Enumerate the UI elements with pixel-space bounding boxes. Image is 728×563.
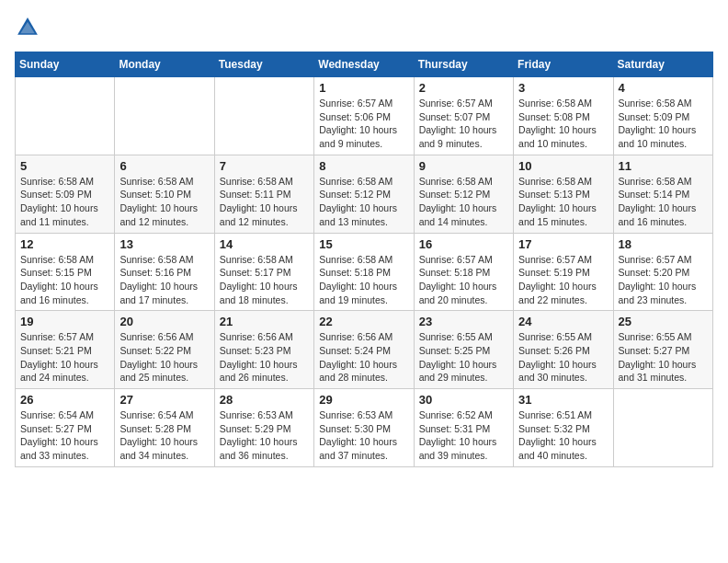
day-number: 29 bbox=[319, 393, 408, 407]
calendar-week-row: 1Sunrise: 6:57 AM Sunset: 5:06 PM Daylig… bbox=[16, 77, 713, 155]
day-number: 3 bbox=[518, 81, 608, 95]
logo bbox=[15, 15, 42, 40]
day-number: 2 bbox=[419, 81, 508, 95]
weekday-header: Wednesday bbox=[314, 52, 414, 77]
weekday-header: Monday bbox=[115, 52, 214, 77]
day-info: Sunrise: 6:53 AM Sunset: 5:30 PM Dayligh… bbox=[319, 408, 408, 463]
calendar-cell: 1Sunrise: 6:57 AM Sunset: 5:06 PM Daylig… bbox=[314, 77, 414, 155]
day-number: 17 bbox=[518, 237, 608, 251]
day-number: 19 bbox=[20, 315, 109, 328]
day-info: Sunrise: 6:58 AM Sunset: 5:14 PM Dayligh… bbox=[619, 175, 708, 229]
day-info: Sunrise: 6:58 AM Sunset: 5:18 PM Dayligh… bbox=[319, 253, 408, 307]
day-info: Sunrise: 6:54 AM Sunset: 5:28 PM Dayligh… bbox=[119, 408, 209, 463]
day-number: 28 bbox=[220, 393, 309, 407]
calendar-cell: 26Sunrise: 6:54 AM Sunset: 5:27 PM Dayli… bbox=[16, 389, 115, 467]
day-number: 6 bbox=[119, 159, 209, 173]
day-number: 4 bbox=[619, 81, 708, 95]
day-number: 16 bbox=[419, 237, 508, 251]
calendar-cell: 15Sunrise: 6:58 AM Sunset: 5:18 PM Dayli… bbox=[314, 233, 414, 311]
calendar-cell: 8Sunrise: 6:58 AM Sunset: 5:12 PM Daylig… bbox=[314, 155, 414, 233]
day-info: Sunrise: 6:56 AM Sunset: 5:22 PM Dayligh… bbox=[119, 330, 209, 385]
weekday-row: SundayMondayTuesdayWednesdayThursdayFrid… bbox=[16, 52, 713, 77]
calendar-cell: 24Sunrise: 6:55 AM Sunset: 5:26 PM Dayli… bbox=[514, 311, 613, 389]
calendar-body: 1Sunrise: 6:57 AM Sunset: 5:06 PM Daylig… bbox=[16, 77, 713, 467]
day-number: 26 bbox=[20, 393, 109, 407]
day-info: Sunrise: 6:58 AM Sunset: 5:12 PM Dayligh… bbox=[419, 175, 508, 229]
day-number: 27 bbox=[119, 393, 209, 407]
day-number: 22 bbox=[319, 315, 408, 328]
day-info: Sunrise: 6:58 AM Sunset: 5:13 PM Dayligh… bbox=[518, 175, 608, 229]
calendar-cell: 20Sunrise: 6:56 AM Sunset: 5:22 PM Dayli… bbox=[115, 311, 214, 389]
day-number: 23 bbox=[419, 315, 508, 328]
day-number: 12 bbox=[20, 237, 109, 251]
calendar-week-row: 26Sunrise: 6:54 AM Sunset: 5:27 PM Dayli… bbox=[16, 389, 713, 467]
day-info: Sunrise: 6:58 AM Sunset: 5:08 PM Dayligh… bbox=[518, 97, 608, 151]
day-info: Sunrise: 6:58 AM Sunset: 5:15 PM Dayligh… bbox=[20, 253, 109, 307]
calendar-cell: 31Sunrise: 6:51 AM Sunset: 5:32 PM Dayli… bbox=[514, 389, 613, 467]
calendar-cell: 23Sunrise: 6:55 AM Sunset: 5:25 PM Dayli… bbox=[414, 311, 513, 389]
calendar-cell: 2Sunrise: 6:57 AM Sunset: 5:07 PM Daylig… bbox=[414, 77, 513, 155]
day-number: 9 bbox=[419, 159, 508, 173]
calendar-cell: 29Sunrise: 6:53 AM Sunset: 5:30 PM Dayli… bbox=[314, 389, 414, 467]
day-info: Sunrise: 6:57 AM Sunset: 5:19 PM Dayligh… bbox=[518, 253, 608, 307]
calendar-cell bbox=[16, 77, 115, 155]
page-header bbox=[15, 15, 713, 40]
day-number: 8 bbox=[319, 159, 408, 173]
day-info: Sunrise: 6:58 AM Sunset: 5:09 PM Dayligh… bbox=[619, 97, 708, 151]
calendar-cell: 25Sunrise: 6:55 AM Sunset: 5:27 PM Dayli… bbox=[613, 311, 712, 389]
calendar-cell: 10Sunrise: 6:58 AM Sunset: 5:13 PM Dayli… bbox=[514, 155, 613, 233]
day-info: Sunrise: 6:57 AM Sunset: 5:07 PM Dayligh… bbox=[419, 97, 508, 151]
calendar-cell: 27Sunrise: 6:54 AM Sunset: 5:28 PM Dayli… bbox=[115, 389, 214, 467]
calendar-cell: 30Sunrise: 6:52 AM Sunset: 5:31 PM Dayli… bbox=[414, 389, 513, 467]
day-info: Sunrise: 6:58 AM Sunset: 5:17 PM Dayligh… bbox=[220, 253, 309, 307]
day-info: Sunrise: 6:52 AM Sunset: 5:31 PM Dayligh… bbox=[419, 408, 508, 463]
day-number: 24 bbox=[518, 315, 608, 328]
calendar-cell: 13Sunrise: 6:58 AM Sunset: 5:16 PM Dayli… bbox=[115, 233, 214, 311]
calendar-cell: 17Sunrise: 6:57 AM Sunset: 5:19 PM Dayli… bbox=[514, 233, 613, 311]
day-number: 20 bbox=[119, 315, 209, 328]
day-number: 30 bbox=[419, 393, 508, 407]
day-info: Sunrise: 6:57 AM Sunset: 5:21 PM Dayligh… bbox=[20, 330, 109, 385]
calendar-table: SundayMondayTuesdayWednesdayThursdayFrid… bbox=[15, 52, 713, 467]
calendar-week-row: 19Sunrise: 6:57 AM Sunset: 5:21 PM Dayli… bbox=[16, 311, 713, 389]
day-info: Sunrise: 6:56 AM Sunset: 5:24 PM Dayligh… bbox=[319, 330, 408, 385]
day-info: Sunrise: 6:58 AM Sunset: 5:10 PM Dayligh… bbox=[119, 175, 209, 229]
day-info: Sunrise: 6:55 AM Sunset: 5:26 PM Dayligh… bbox=[518, 330, 608, 385]
calendar-cell: 21Sunrise: 6:56 AM Sunset: 5:23 PM Dayli… bbox=[214, 311, 313, 389]
calendar-week-row: 12Sunrise: 6:58 AM Sunset: 5:15 PM Dayli… bbox=[16, 233, 713, 311]
calendar-cell: 3Sunrise: 6:58 AM Sunset: 5:08 PM Daylig… bbox=[514, 77, 613, 155]
day-number: 7 bbox=[220, 159, 309, 173]
calendar-cell: 7Sunrise: 6:58 AM Sunset: 5:11 PM Daylig… bbox=[214, 155, 313, 233]
day-info: Sunrise: 6:57 AM Sunset: 5:20 PM Dayligh… bbox=[619, 253, 708, 307]
day-info: Sunrise: 6:58 AM Sunset: 5:09 PM Dayligh… bbox=[20, 175, 109, 229]
calendar-cell: 16Sunrise: 6:57 AM Sunset: 5:18 PM Dayli… bbox=[414, 233, 513, 311]
day-info: Sunrise: 6:58 AM Sunset: 5:12 PM Dayligh… bbox=[319, 175, 408, 229]
weekday-header: Tuesday bbox=[214, 52, 313, 77]
day-number: 10 bbox=[518, 159, 608, 173]
day-info: Sunrise: 6:53 AM Sunset: 5:29 PM Dayligh… bbox=[220, 408, 309, 463]
day-number: 5 bbox=[20, 159, 109, 173]
day-number: 15 bbox=[319, 237, 408, 251]
day-info: Sunrise: 6:51 AM Sunset: 5:32 PM Dayligh… bbox=[518, 408, 608, 463]
calendar-cell bbox=[613, 389, 712, 467]
calendar-cell: 4Sunrise: 6:58 AM Sunset: 5:09 PM Daylig… bbox=[613, 77, 712, 155]
day-number: 31 bbox=[518, 393, 608, 407]
day-number: 25 bbox=[619, 315, 708, 328]
day-info: Sunrise: 6:57 AM Sunset: 5:06 PM Dayligh… bbox=[319, 97, 408, 151]
logo-icon bbox=[15, 15, 40, 40]
calendar-cell: 12Sunrise: 6:58 AM Sunset: 5:15 PM Dayli… bbox=[16, 233, 115, 311]
day-info: Sunrise: 6:58 AM Sunset: 5:11 PM Dayligh… bbox=[220, 175, 309, 229]
calendar-cell: 11Sunrise: 6:58 AM Sunset: 5:14 PM Dayli… bbox=[613, 155, 712, 233]
day-info: Sunrise: 6:55 AM Sunset: 5:25 PM Dayligh… bbox=[419, 330, 508, 385]
calendar-cell: 19Sunrise: 6:57 AM Sunset: 5:21 PM Dayli… bbox=[16, 311, 115, 389]
day-number: 14 bbox=[220, 237, 309, 251]
day-number: 13 bbox=[119, 237, 209, 251]
calendar-cell: 14Sunrise: 6:58 AM Sunset: 5:17 PM Dayli… bbox=[214, 233, 313, 311]
calendar-cell: 18Sunrise: 6:57 AM Sunset: 5:20 PM Dayli… bbox=[613, 233, 712, 311]
day-info: Sunrise: 6:54 AM Sunset: 5:27 PM Dayligh… bbox=[20, 408, 109, 463]
calendar-cell: 22Sunrise: 6:56 AM Sunset: 5:24 PM Dayli… bbox=[314, 311, 414, 389]
calendar-cell bbox=[214, 77, 313, 155]
calendar-cell bbox=[115, 77, 214, 155]
calendar-cell: 28Sunrise: 6:53 AM Sunset: 5:29 PM Dayli… bbox=[214, 389, 313, 467]
day-info: Sunrise: 6:58 AM Sunset: 5:16 PM Dayligh… bbox=[119, 253, 209, 307]
